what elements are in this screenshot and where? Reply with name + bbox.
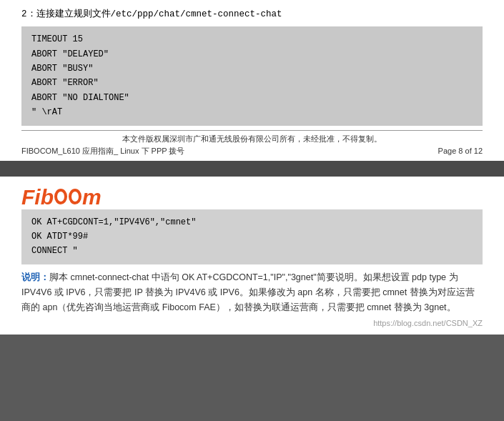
code-line-2: ABORT "DELAYED" xyxy=(31,47,473,61)
logo-o1 xyxy=(54,189,67,204)
copyright-text: 本文件版权属深圳市广和通无线股份有限公司所有，未经批准，不得复制。 xyxy=(122,134,382,144)
code-block-top: TIMEOUT 15 ABORT "DELAYED" ABORT "BUSY" … xyxy=(21,26,483,125)
logo-i: i xyxy=(34,185,40,209)
code-line-4: ABORT "ERROR" xyxy=(31,76,473,90)
watermark: https://blog.csdn.net/CSDN_XZ xyxy=(21,319,483,327)
logo-m: m xyxy=(82,185,102,209)
page-bottom-section: F i b m OK AT+CGDCONT=1,"IPV4V6","cmnet"… xyxy=(0,177,504,335)
code-line-6: " \rAT xyxy=(31,105,473,119)
logo-f: F xyxy=(21,185,34,209)
code-block-bottom: OK AT+CGDCONT=1,"IPV4V6","cmnet" OK ATDT… xyxy=(21,209,483,264)
code-line-b2: OK ATDT*99# xyxy=(31,229,473,244)
code-line-3: ABORT "BUSY" xyxy=(31,61,473,76)
page-top-section: 2：连接建立规则文件/etc/ppp/chat/cmnet-connect-ch… xyxy=(0,0,504,161)
page-footer: 本文件版权属深圳市广和通无线股份有限公司所有，未经批准，不得复制。 FIBOCO… xyxy=(21,130,483,161)
logo-o2 xyxy=(69,189,81,204)
separator-bar xyxy=(0,161,504,177)
page-number: Page 8 of 12 xyxy=(438,147,483,155)
code-line-b3: CONNECT " xyxy=(31,244,473,258)
code-line-b1: OK AT+CGDCONT=1,"IPV4V6","cmnet" xyxy=(31,215,473,229)
logo-b1: b xyxy=(41,185,54,209)
step-label: 2：连接建立规则文件/etc/ppp/chat/cmnet-connect-ch… xyxy=(21,7,483,22)
desc-label: 说明： xyxy=(21,272,49,282)
footer-bottom-row: FIBOCOM_L610 应用指南_ Linux 下 PPP 拨号 Page 8… xyxy=(21,146,483,157)
code-line-1: TIMEOUT 15 xyxy=(31,32,473,46)
doc-name: FIBOCOM_L610 应用指南_ Linux 下 PPP 拨号 xyxy=(21,146,184,157)
desc-body: 脚本 cmnet-connect-chat 中语句 OK AT+CGDCONT=… xyxy=(21,272,475,313)
fibocom-logo: F i b m xyxy=(21,185,102,209)
description-text: 说明：脚本 cmnet-connect-chat 中语句 OK AT+CGDCO… xyxy=(21,270,483,316)
code-line-5: ABORT "NO DIALTONE" xyxy=(31,91,473,105)
